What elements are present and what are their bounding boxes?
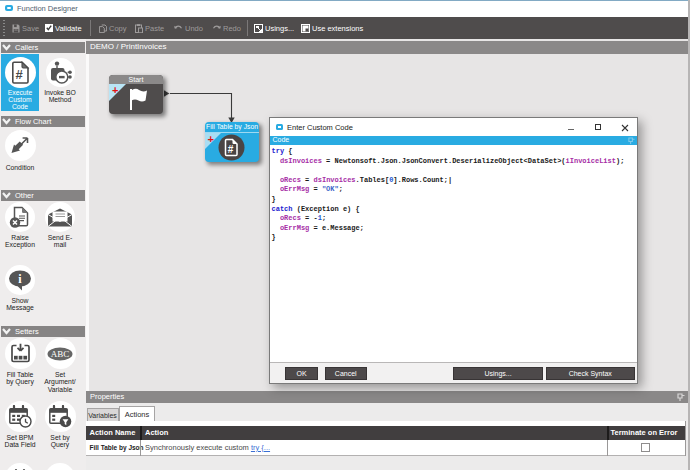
- svg-text:ABC: ABC: [51, 349, 70, 359]
- svg-text:#: #: [15, 67, 23, 82]
- svg-text:#: #: [228, 144, 234, 155]
